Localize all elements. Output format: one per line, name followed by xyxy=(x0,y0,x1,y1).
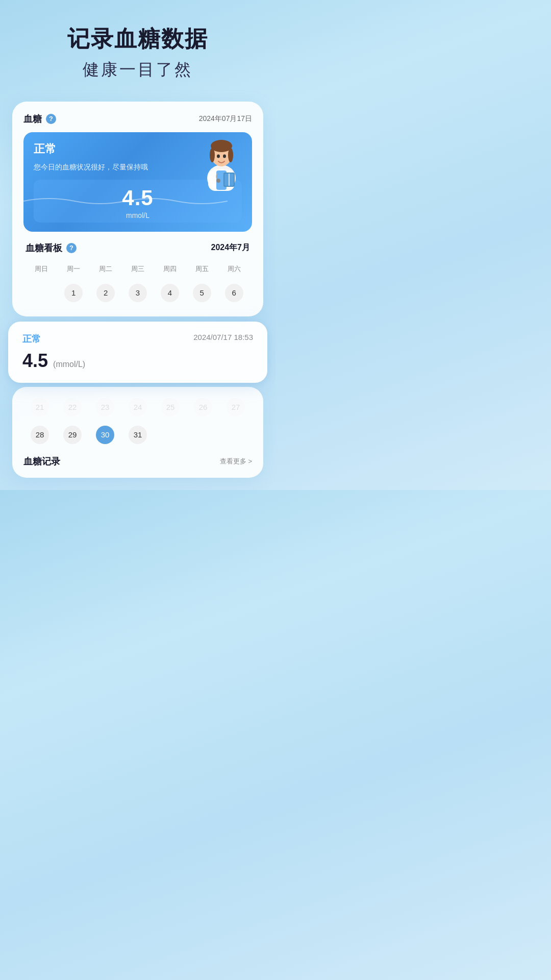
date-cell-29[interactable]: 29 xyxy=(56,423,89,447)
record-status: 正常 xyxy=(22,333,41,345)
card-header: 血糖 ? 2024年07月17日 xyxy=(23,113,252,125)
header-section: 记录血糖数据 健康一目了然 xyxy=(0,0,276,96)
date-cell-30[interactable]: 30 xyxy=(89,423,121,447)
record-value: 4.5 xyxy=(22,350,48,372)
svg-point-6 xyxy=(228,148,233,162)
record-value-row: 4.5 (mmol/L) xyxy=(22,350,253,372)
date-cell-3[interactable]: 3 xyxy=(122,281,154,305)
calendar-month: 2024年7月 xyxy=(211,242,251,253)
weekday-wed: 周三 xyxy=(122,262,154,276)
svg-point-5 xyxy=(210,148,215,162)
weekday-thu: 周四 xyxy=(154,262,186,276)
calendar-help-icon[interactable]: ? xyxy=(66,243,77,253)
card-title: 血糖 xyxy=(23,113,42,125)
record-header: 正常 2024/07/17 18:53 xyxy=(22,333,253,345)
date-row-last: 28 29 30 31 xyxy=(23,423,252,447)
calendar-title: 血糖看板 xyxy=(26,242,62,254)
weekday-sun: 周日 xyxy=(26,262,58,276)
record-unit: (mmol/L) xyxy=(53,360,85,369)
date-row-faded: 21 22 23 24 25 26 27 xyxy=(23,395,252,420)
weekday-tue: 周二 xyxy=(90,262,122,276)
card-date: 2024年07月17日 xyxy=(199,114,252,124)
date-row-1: 1 2 3 4 5 6 xyxy=(26,281,250,305)
blood-sugar-info-box: 正常 您今日的血糖状况很好，尽量保持哦 xyxy=(23,132,252,232)
calendar-header: 血糖看板 ? 2024年7月 xyxy=(26,242,250,254)
bg-unit: mmol/L xyxy=(34,211,242,219)
header-subtitle: 健康一目了然 xyxy=(15,59,260,81)
date-cell-6[interactable]: 6 xyxy=(218,281,250,305)
doctor-illustration xyxy=(201,135,247,191)
svg-point-7 xyxy=(217,154,220,158)
card-title-row: 血糖 ? xyxy=(23,113,56,125)
date-cell-4[interactable]: 4 xyxy=(154,281,186,305)
svg-point-8 xyxy=(223,154,226,158)
date-cell-1[interactable]: 1 xyxy=(58,281,90,305)
help-icon[interactable]: ? xyxy=(46,114,56,124)
weekday-row: 周日 周一 周二 周三 周四 周五 周六 xyxy=(26,262,250,276)
records-title: 血糖记录 xyxy=(23,455,60,468)
svg-point-9 xyxy=(216,179,220,183)
date-cell-empty xyxy=(26,281,58,305)
record-popup: 正常 2024/07/17 18:53 4.5 (mmol/L) xyxy=(8,322,267,383)
view-more-link[interactable]: 查看更多 > xyxy=(220,457,252,466)
weekday-fri: 周五 xyxy=(186,262,218,276)
date-cell-28[interactable]: 28 xyxy=(23,423,56,447)
weekday-sat: 周六 xyxy=(218,262,250,276)
calendar-title-row: 血糖看板 ? xyxy=(26,242,77,254)
main-card: 血糖 ? 2024年07月17日 正常 您今日的血糖状况很好，尽量保持哦 xyxy=(12,102,263,316)
record-datetime: 2024/07/17 18:53 xyxy=(193,333,253,341)
header-title: 记录血糖数据 xyxy=(15,26,260,53)
bg-wave xyxy=(23,196,228,206)
date-cell-2[interactable]: 2 xyxy=(90,281,122,305)
date-cell-5[interactable]: 5 xyxy=(186,281,218,305)
bottom-footer: 血糖记录 查看更多 > xyxy=(23,455,252,468)
date-cell-31[interactable]: 31 xyxy=(121,423,154,447)
weekday-mon: 周一 xyxy=(58,262,90,276)
bottom-card: 21 22 23 24 25 26 27 28 29 30 31 血糖记录 查看… xyxy=(12,387,263,478)
calendar-section: 血糖看板 ? 2024年7月 周日 周一 周二 周三 周四 周五 周六 1 2 … xyxy=(23,242,252,316)
